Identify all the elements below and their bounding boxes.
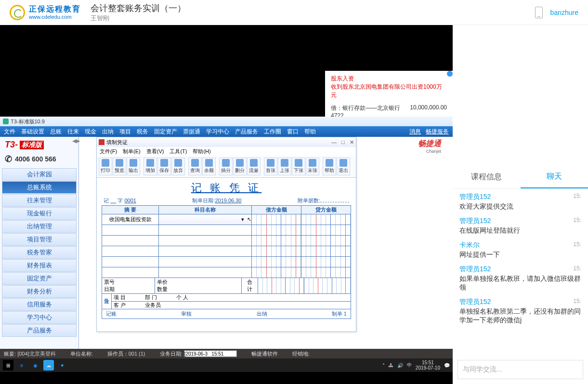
- tray-network-icon[interactable]: 🖧: [389, 363, 393, 368]
- browser-icon[interactable]: ◉: [30, 360, 40, 371]
- chat-item: 管理员15215:单独报名私教班第二季，还没有加群的同学加一下老师的微信j: [459, 298, 581, 325]
- nav-item-9[interactable]: 财务分析: [2, 285, 77, 298]
- credit-cell[interactable]: [301, 214, 351, 225]
- tool-下张[interactable]: 下张: [292, 158, 305, 175]
- menu-5[interactable]: 出纳: [102, 128, 114, 136]
- collapse-handle-icon[interactable]: ◀▶: [72, 138, 80, 144]
- tab-chat[interactable]: 聊天: [521, 166, 588, 188]
- vmenu-4[interactable]: 帮助(H): [193, 148, 210, 155]
- nav-item-11[interactable]: 学习中心: [2, 311, 77, 324]
- tool-上张[interactable]: 上张: [278, 158, 291, 175]
- tool-首张[interactable]: 首张: [264, 158, 277, 175]
- voucher-footer-1: 票号 日期 单价 数量 合 计: [102, 278, 351, 294]
- status-bar: 账套: [004]北京美登科 单位名称: 操作员：001 (1) 业务日期: 畅…: [0, 349, 453, 358]
- chanjet-cn: 畅捷通: [418, 139, 441, 147]
- tool-插分[interactable]: 插分: [219, 158, 233, 175]
- chat-input[interactable]: 与同学交流...: [457, 360, 583, 379]
- vmenu-2[interactable]: 查看(V): [146, 148, 164, 155]
- nav-item-10[interactable]: 信用服务: [2, 298, 77, 311]
- vmenu-0[interactable]: 文件(F): [100, 148, 117, 155]
- status-oper-lbl: 操作员：: [107, 351, 129, 357]
- nav-item-8[interactable]: 固定资产: [2, 272, 77, 285]
- app-brand: T3-标准版: [0, 137, 78, 153]
- menubar-service[interactable]: 畅捷服务: [426, 128, 449, 136]
- tool-删分[interactable]: 删分: [233, 158, 247, 175]
- menu-1[interactable]: 基础设置: [21, 128, 44, 136]
- menu-8[interactable]: 固定资产: [154, 128, 177, 136]
- brand-prefix: T3-: [5, 140, 18, 150]
- debit-cell[interactable]: [252, 214, 301, 225]
- tool-放弃[interactable]: 放弃: [171, 158, 185, 175]
- logo[interactable]: 正保远程教育 www.cdeledu.com: [10, 4, 81, 20]
- vmenu-3[interactable]: 工具(T): [170, 148, 187, 155]
- voucher-titlebar[interactable]: 填制凭证 — □ ✕: [97, 137, 356, 147]
- edge-icon[interactable]: e: [16, 360, 27, 371]
- user-name[interactable]: banzhure: [550, 9, 578, 16]
- chat-time: 15:: [573, 298, 581, 306]
- chat-msg: 如果单独报名私教班，请加入微信班级群领: [459, 275, 581, 292]
- nav-item-5[interactable]: 项目管理: [2, 233, 77, 246]
- menu-13[interactable]: 窗口: [287, 128, 299, 136]
- nav-item-2[interactable]: 往来管理: [2, 194, 77, 207]
- tool-末张[interactable]: 末张: [306, 158, 319, 175]
- nav-item-0[interactable]: 会计家园: [2, 168, 77, 181]
- start-button[interactable]: ⊞: [3, 360, 13, 371]
- tray-volume-icon[interactable]: 🔊: [397, 363, 403, 368]
- tool-icon: [102, 159, 109, 167]
- status-acct-lbl: 账套:: [4, 351, 16, 357]
- task-icon-2[interactable]: ✷: [57, 360, 67, 371]
- menu-11[interactable]: 产品服务: [235, 128, 258, 136]
- chat-item: 管理员15215:如果单独报名私教班，请加入微信班级群领: [459, 265, 581, 292]
- tool-打印[interactable]: 打印: [99, 158, 112, 175]
- tool-余额[interactable]: 余额: [202, 158, 216, 175]
- nav-item-3[interactable]: 现金银行: [2, 207, 77, 220]
- app-task-icon[interactable]: ☁: [43, 360, 54, 371]
- tray-up-icon[interactable]: ˄: [382, 363, 385, 368]
- tool-增加[interactable]: 增加: [144, 158, 157, 175]
- voucher-date[interactable]: 2019.06.30: [215, 198, 241, 203]
- nav-item-7[interactable]: 财务报表: [2, 259, 77, 272]
- minimize-icon[interactable]: —: [331, 139, 337, 146]
- menubar-msg[interactable]: 消息: [409, 128, 421, 136]
- menu-3[interactable]: 往来: [67, 128, 79, 136]
- close-icon[interactable]: ✕: [350, 139, 354, 146]
- voucher-no[interactable]: 0001: [124, 198, 136, 203]
- status-bizdate-input[interactable]: [184, 350, 237, 357]
- app-titlebar: T3-标准版10.9: [0, 117, 453, 126]
- menu-4[interactable]: 现金: [85, 128, 96, 136]
- subject-cell[interactable]: ▾ ↖: [158, 214, 251, 225]
- tool-帮助[interactable]: 帮助: [323, 158, 336, 175]
- tool-预览[interactable]: 预览: [113, 158, 126, 175]
- menu-10[interactable]: 学习中心: [206, 128, 229, 136]
- nav-item-6[interactable]: 税务管家: [2, 246, 77, 259]
- tool-流量[interactable]: 流量: [247, 158, 261, 175]
- nav-item-12[interactable]: 产品服务: [2, 324, 77, 337]
- nav-item-1[interactable]: 总账系统: [2, 181, 77, 194]
- menu-14[interactable]: 帮助: [304, 128, 316, 136]
- sign-entry: 记账: [106, 310, 117, 318]
- tray-ime-icon[interactable]: 中: [407, 362, 412, 369]
- attach-count[interactable]: [320, 198, 349, 202]
- tool-icon: [191, 159, 199, 167]
- menu-6[interactable]: 项目: [119, 128, 131, 136]
- maximize-icon[interactable]: □: [341, 139, 345, 146]
- menu-2[interactable]: 总账: [50, 128, 62, 136]
- menu-7[interactable]: 税务: [137, 128, 148, 136]
- tool-退出[interactable]: 退出: [337, 158, 350, 175]
- remark-person: 个 人: [176, 294, 188, 301]
- menu-0[interactable]: 文件: [4, 128, 15, 136]
- chat-time: 15:: [573, 217, 581, 225]
- nav-item-4[interactable]: 出纳管理: [2, 220, 77, 233]
- summary-cell[interactable]: 收国电集团投资款: [102, 214, 159, 225]
- taskbar-clock[interactable]: 15:51 2019-07-10: [416, 360, 440, 371]
- notification-icon[interactable]: 💬: [444, 363, 450, 368]
- tool-查询[interactable]: 查询: [188, 158, 202, 175]
- menu-12[interactable]: 工作圈: [264, 128, 281, 136]
- tab-course-info[interactable]: 课程信息: [453, 166, 521, 188]
- vmenu-1[interactable]: 制单(E): [123, 148, 141, 155]
- tool-输出[interactable]: 输出: [127, 158, 140, 175]
- mobile-icon[interactable]: [535, 7, 543, 18]
- sum-label: 合 计: [242, 278, 258, 293]
- tool-保存[interactable]: 保存: [157, 158, 171, 175]
- menu-9[interactable]: 票据通: [183, 128, 200, 136]
